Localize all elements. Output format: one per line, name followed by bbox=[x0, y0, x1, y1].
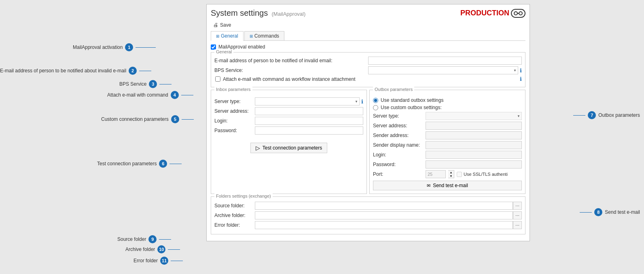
outbox-panel: Outbox parameters Use standard outbox se… bbox=[369, 90, 525, 194]
callout-3-label: BPS Service bbox=[119, 81, 146, 87]
callout-7-number: 7 bbox=[588, 111, 596, 119]
callout-11-number: 11 bbox=[160, 257, 168, 265]
toolbar: 🖨 Save bbox=[211, 21, 525, 29]
callout-4-label: Attach e-mail with command bbox=[107, 92, 168, 98]
outbox-custom-radio[interactable] bbox=[373, 105, 378, 110]
page-header: System settings (MailApproval) PRODUCTIO… bbox=[211, 8, 525, 18]
bps-row: BPS Service: ▼ ℹ bbox=[214, 66, 522, 74]
general-tab-icon: ⊞ bbox=[216, 34, 219, 38]
inbox-outbox-panels: Inbox parameters Server type: ▼ ℹ Server… bbox=[211, 90, 525, 194]
callout-7-label: Outbox parameters bbox=[598, 112, 640, 118]
inbox-password-row: Password: bbox=[214, 126, 363, 135]
tab-commands[interactable]: ⊞ Commands bbox=[244, 31, 284, 40]
outbox-sender-display-input[interactable] bbox=[426, 141, 522, 149]
outbox-password-row: Password: bbox=[373, 160, 522, 169]
outbox-password-input[interactable] bbox=[426, 160, 522, 169]
archive-folder-row: Archive folder: ⋯ bbox=[214, 211, 522, 219]
callout-7-line bbox=[573, 115, 585, 116]
ssl-checkbox[interactable] bbox=[457, 172, 462, 177]
outbox-sender-address-row: Sender address: bbox=[373, 131, 522, 139]
inbox-login-row: Login: bbox=[214, 117, 363, 125]
commands-tab-icon: ⊞ bbox=[250, 34, 253, 38]
outbox-sender-address-input[interactable] bbox=[426, 131, 522, 139]
callout-2-line bbox=[139, 71, 151, 71]
outbox-standard-radio-row: Use standard outbox settings bbox=[373, 97, 522, 103]
callout-1-number: 1 bbox=[125, 43, 133, 51]
callout-5-line bbox=[182, 119, 194, 120]
outbox-standard-radio[interactable] bbox=[373, 98, 378, 103]
callout-6-label: Test connection parameters bbox=[97, 161, 157, 167]
callout-3-number: 3 bbox=[149, 80, 157, 88]
callout-11: Error folder 11 bbox=[133, 257, 183, 265]
callout-8-line bbox=[580, 212, 592, 213]
callout-7: 7 Outbox parameters bbox=[573, 111, 640, 119]
outbox-server-address-input[interactable] bbox=[426, 122, 522, 130]
inbox-server-type-info[interactable]: ℹ bbox=[361, 99, 363, 105]
outbox-port-input[interactable] bbox=[426, 170, 446, 178]
email-input[interactable] bbox=[368, 57, 522, 65]
svg-point-2 bbox=[519, 12, 522, 15]
outbox-server-address-row: Server address: bbox=[373, 122, 522, 130]
callout-8: 8 Send test e-mail bbox=[580, 208, 640, 216]
outbox-server-type-row: Server type: ▼ bbox=[373, 112, 522, 120]
outbox-login-input[interactable] bbox=[426, 151, 522, 159]
archive-folder-input[interactable] bbox=[255, 211, 513, 219]
tab-general[interactable]: ⊞ General bbox=[211, 31, 244, 41]
callout-6-number: 6 bbox=[159, 160, 167, 168]
port-down-button[interactable]: ▼ bbox=[448, 174, 454, 178]
save-button[interactable]: 🖨 Save bbox=[211, 21, 233, 29]
production-icon bbox=[511, 9, 525, 18]
inbox-server-address-row: Server address: bbox=[214, 107, 363, 115]
outbox-login-row: Login: bbox=[373, 151, 522, 159]
svg-point-1 bbox=[514, 12, 517, 15]
inbox-server-type-select[interactable] bbox=[255, 97, 360, 105]
attach-info-icon[interactable]: ℹ bbox=[520, 76, 522, 82]
archive-folder-browse-button[interactable]: ⋯ bbox=[513, 211, 522, 219]
mailapproval-enabled-checkbox[interactable] bbox=[211, 44, 216, 50]
source-folder-input[interactable] bbox=[255, 202, 513, 210]
callout-5-number: 5 bbox=[171, 115, 179, 123]
callout-10-label: Archive folder bbox=[125, 247, 155, 252]
callout-3: BPS Service 3 bbox=[119, 80, 172, 88]
callout-8-number: 8 bbox=[594, 208, 602, 216]
callout-5: Custom connection parameters 5 bbox=[101, 115, 194, 123]
outbox-server-type-select[interactable] bbox=[426, 112, 522, 120]
callout-3-line bbox=[159, 84, 172, 84]
outbox-sender-display-row: Sender display name: bbox=[373, 141, 522, 149]
callout-9-number: 9 bbox=[148, 235, 157, 243]
inbox-server-address-input[interactable] bbox=[255, 107, 363, 115]
send-email-icon: ✉ bbox=[427, 183, 430, 188]
inbox-password-input[interactable] bbox=[255, 126, 363, 135]
callout-1-label: MailApproval activation bbox=[73, 44, 123, 50]
port-up-button[interactable]: ▲ bbox=[448, 171, 454, 174]
callout-2-number: 2 bbox=[129, 67, 137, 75]
tabs-bar: ⊞ General ⊞ Commands bbox=[211, 31, 525, 41]
inbox-login-input[interactable] bbox=[255, 117, 363, 125]
send-test-email-button[interactable]: ✉ Send test e-mail bbox=[373, 181, 522, 190]
attach-checkbox[interactable] bbox=[215, 76, 220, 82]
callout-2-label: E-mail address of person to be notified … bbox=[0, 68, 126, 74]
callout-10-line bbox=[168, 249, 180, 250]
ssl-checkbox-row: Use SSL/TLS authenti bbox=[457, 172, 508, 177]
callout-10-number: 10 bbox=[157, 245, 165, 253]
test-connection-icon: ▷ bbox=[256, 145, 260, 151]
bps-info-icon[interactable]: ℹ bbox=[520, 67, 522, 74]
callout-2: E-mail address of person to be notified … bbox=[0, 67, 151, 75]
callout-11-label: Error folder bbox=[133, 258, 158, 263]
source-folder-browse-button[interactable]: ⋯ bbox=[513, 202, 522, 210]
callout-9-line bbox=[159, 239, 171, 240]
callout-5-label: Custom connection parameters bbox=[101, 116, 169, 122]
bps-select[interactable] bbox=[368, 66, 518, 74]
callout-11-line bbox=[171, 261, 183, 261]
error-folder-browse-button[interactable]: ⋯ bbox=[513, 221, 522, 229]
main-panel: System settings (MailApproval) PRODUCTIO… bbox=[206, 4, 530, 241]
page-title: System settings (MailApproval) bbox=[211, 8, 305, 18]
test-connection-button[interactable]: ▷ Test connection parameters bbox=[250, 143, 327, 153]
callout-9: Source folder 9 bbox=[117, 235, 171, 243]
outbox-port-row: Port: ▲ ▼ Use SSL/TLS authenti bbox=[373, 170, 522, 178]
mailapproval-enabled-row: MailApproval enabled bbox=[211, 44, 525, 50]
error-folder-input[interactable] bbox=[255, 221, 513, 229]
inbox-panel: Inbox parameters Server type: ▼ ℹ Server… bbox=[211, 90, 367, 194]
error-folder-row: Error folder: ⋯ bbox=[214, 221, 522, 229]
production-badge: PRODUCTION bbox=[460, 9, 525, 18]
